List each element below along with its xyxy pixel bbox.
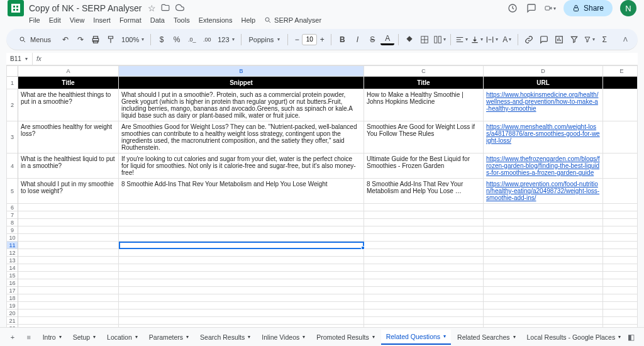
row-header[interactable]: 4 — [7, 153, 18, 179]
all-sheets-button[interactable]: ≡ — [21, 330, 36, 345]
zoom-select[interactable]: 100%▾ — [119, 36, 147, 43]
cell[interactable] — [364, 219, 484, 226]
cell[interactable] — [119, 264, 364, 272]
cell[interactable] — [484, 317, 603, 325]
cell[interactable] — [603, 211, 638, 219]
cell[interactable] — [603, 287, 638, 294]
comments-icon[interactable] — [526, 3, 537, 14]
row-header[interactable]: 21 — [7, 317, 18, 325]
formula-input[interactable] — [45, 53, 638, 65]
cell[interactable] — [18, 257, 119, 264]
cell[interactable] — [18, 279, 119, 287]
cell[interactable] — [603, 234, 638, 242]
table-header-cell[interactable]: Snippet — [119, 77, 364, 89]
sheet-tab[interactable]: Inline Videos▾ — [257, 330, 310, 345]
sheet-tab[interactable]: Parameters▾ — [144, 330, 194, 345]
account-avatar[interactable]: N — [620, 0, 636, 16]
cell[interactable] — [18, 294, 119, 302]
cell[interactable] — [119, 310, 364, 317]
cell[interactable] — [603, 179, 638, 204]
row-header[interactable]: 14 — [7, 264, 18, 272]
menu-format[interactable]: Format — [119, 16, 142, 24]
cell[interactable] — [18, 317, 119, 325]
cell[interactable] — [484, 264, 603, 272]
cell[interactable] — [603, 310, 638, 317]
format-percent-button[interactable]: % — [170, 33, 184, 47]
column-header[interactable]: B — [119, 66, 364, 77]
cell[interactable] — [364, 211, 484, 219]
cell[interactable] — [364, 317, 484, 325]
cell[interactable] — [603, 249, 638, 257]
cell[interactable] — [603, 302, 638, 310]
sheet-tab[interactable]: Setup▾ — [68, 330, 101, 345]
row-header[interactable]: 6 — [7, 204, 18, 211]
insert-chart-button[interactable] — [552, 33, 566, 47]
menu-extensions[interactable]: Extensions — [199, 16, 233, 24]
row-header[interactable]: 8 — [7, 219, 18, 226]
cloud-status-icon[interactable] — [175, 3, 185, 13]
sheet-tab[interactable]: Location▾ — [102, 330, 143, 345]
redo-button[interactable]: ↷ — [74, 33, 87, 47]
fill-color-button[interactable] — [402, 33, 416, 47]
cell[interactable]: Are smoothies healthy for weight loss? — [18, 121, 119, 153]
more-formats-select[interactable]: 123▾ — [215, 36, 236, 43]
cell[interactable] — [119, 302, 364, 310]
cell[interactable] — [18, 272, 119, 279]
cell[interactable] — [484, 211, 603, 219]
row-header[interactable]: 17 — [7, 287, 18, 294]
functions-button[interactable]: Σ — [597, 33, 611, 47]
cell[interactable] — [18, 249, 119, 257]
cell[interactable] — [18, 219, 119, 226]
menu-view[interactable]: View — [70, 16, 85, 24]
cell[interactable] — [119, 211, 364, 219]
row-header[interactable]: 20 — [7, 310, 18, 317]
cell[interactable] — [484, 204, 603, 211]
bold-button[interactable]: B — [335, 33, 349, 47]
cell[interactable] — [364, 302, 484, 310]
row-header[interactable]: 1 — [7, 77, 18, 89]
row-header[interactable]: 16 — [7, 279, 18, 287]
text-rotation-button[interactable]: A▾ — [500, 33, 514, 47]
cell[interactable] — [18, 204, 119, 211]
menu-file[interactable]: File — [29, 16, 40, 24]
meet-icon[interactable]: ▾ — [545, 3, 556, 14]
cell[interactable] — [603, 279, 638, 287]
column-header[interactable]: A — [18, 66, 119, 77]
insert-link-button[interactable] — [522, 33, 536, 47]
row-header[interactable]: 3 — [7, 121, 18, 153]
table-header-cell[interactable] — [603, 77, 638, 89]
filter-views-button[interactable]: ▾ — [582, 33, 596, 47]
filter-button[interactable] — [567, 33, 581, 47]
cell[interactable] — [484, 226, 603, 234]
cell[interactable] — [364, 264, 484, 272]
cell[interactable] — [484, 272, 603, 279]
menu-data[interactable]: Data — [150, 16, 165, 24]
sheet-tab[interactable]: Search Results▾ — [195, 330, 255, 345]
font-size-input[interactable] — [302, 34, 317, 45]
star-icon[interactable]: ☆ — [148, 3, 156, 13]
menu-edit[interactable]: Edit — [49, 16, 61, 24]
cell[interactable]: Smoothies Are Good for Weight Loss if Yo… — [364, 121, 484, 153]
cell[interactable] — [484, 257, 603, 264]
row-header[interactable]: 13 — [7, 257, 18, 264]
increase-font-size-button[interactable]: + — [317, 34, 327, 45]
cell[interactable] — [603, 153, 638, 179]
cell[interactable]: What are the healthiest things to put in… — [18, 89, 119, 121]
strikethrough-button[interactable]: S — [365, 33, 379, 47]
addon-serp-analyser[interactable]: SERP Analyser — [264, 16, 321, 24]
cell[interactable] — [119, 242, 364, 249]
cell[interactable] — [119, 279, 364, 287]
cell[interactable] — [484, 287, 603, 294]
table-header-cell[interactable]: Title — [364, 77, 484, 89]
cell[interactable] — [364, 310, 484, 317]
cell[interactable]: 8 Smoothie Add-Ins That Rev Your Metabol… — [364, 179, 484, 204]
italic-button[interactable]: I — [350, 33, 364, 47]
sheet-tab[interactable]: Intro▾ — [38, 330, 67, 345]
text-color-button[interactable]: A — [380, 34, 394, 45]
cell[interactable] — [603, 294, 638, 302]
decrease-decimal-button[interactable]: .0_ — [185, 33, 199, 47]
row-header[interactable]: 12 — [7, 249, 18, 257]
row-header[interactable]: 10 — [7, 234, 18, 242]
menu-help[interactable]: Help — [241, 16, 255, 24]
cell[interactable] — [119, 204, 364, 211]
